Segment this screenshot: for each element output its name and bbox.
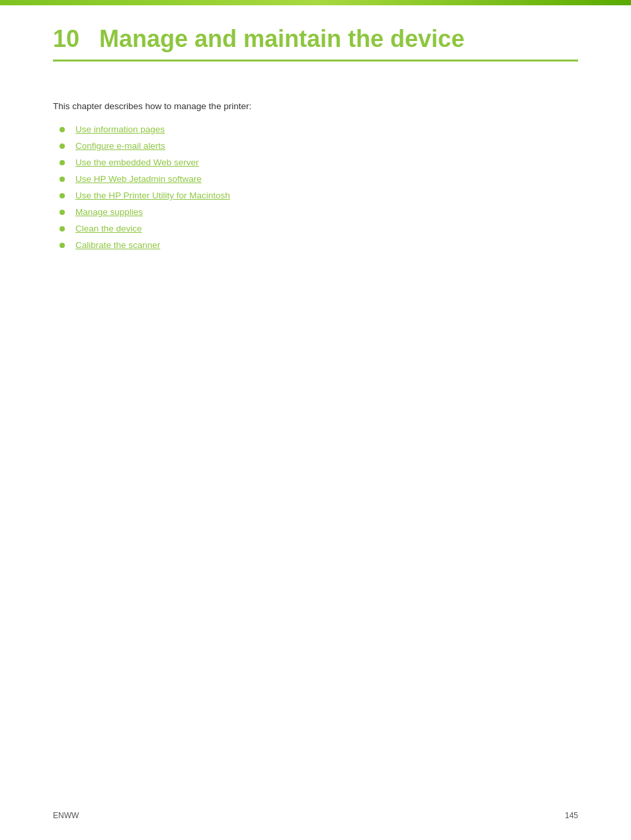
- page-footer: ENWW 145: [53, 811, 578, 820]
- toc-list-item: Calibrate the scanner: [60, 240, 578, 250]
- chapter-header: 10 Manage and maintain the device: [53, 25, 578, 62]
- toc-link-7[interactable]: Calibrate the scanner: [75, 240, 160, 250]
- toc-list-item: Configure e-mail alerts: [60, 141, 578, 151]
- toc-link-0[interactable]: Use information pages: [75, 124, 165, 134]
- bullet-icon: [60, 226, 65, 231]
- footer-left: ENWW: [53, 811, 79, 820]
- toc-list-item: Use the embedded Web server: [60, 157, 578, 167]
- toc-link-2[interactable]: Use the embedded Web server: [75, 157, 199, 167]
- toc-list-item: Use information pages: [60, 124, 578, 134]
- toc-link-4[interactable]: Use the HP Printer Utility for Macintosh: [75, 190, 230, 200]
- chapter-title: Manage and maintain the device: [99, 25, 464, 53]
- bullet-icon: [60, 160, 65, 165]
- bullet-icon: [60, 144, 65, 149]
- toc-list-item: Manage supplies: [60, 207, 578, 217]
- bullet-icon: [60, 210, 65, 215]
- toc-list-item: Clean the device: [60, 224, 578, 233]
- toc-link-6[interactable]: Clean the device: [75, 224, 142, 233]
- intro-text: This chapter describes how to manage the…: [53, 101, 578, 111]
- toc-link-3[interactable]: Use HP Web Jetadmin software: [75, 174, 202, 184]
- top-accent-bar: [0, 0, 631, 5]
- toc-list-item: Use the HP Printer Utility for Macintosh: [60, 190, 578, 200]
- footer-page-number: 145: [565, 811, 578, 820]
- toc-list-item: Use HP Web Jetadmin software: [60, 174, 578, 184]
- chapter-number: 10: [53, 25, 86, 53]
- toc-list: Use information pagesConfigure e-mail al…: [60, 124, 578, 250]
- bullet-icon: [60, 243, 65, 248]
- toc-link-1[interactable]: Configure e-mail alerts: [75, 141, 165, 151]
- toc-link-5[interactable]: Manage supplies: [75, 207, 143, 217]
- bullet-icon: [60, 193, 65, 198]
- bullet-icon: [60, 127, 65, 132]
- bullet-icon: [60, 177, 65, 182]
